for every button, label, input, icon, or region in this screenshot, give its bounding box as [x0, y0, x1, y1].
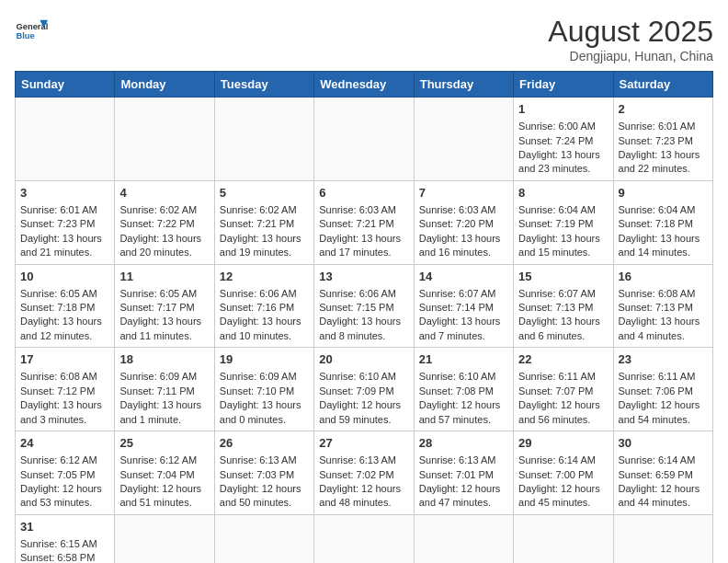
svg-text:Blue: Blue [16, 31, 34, 40]
calendar-week-row: 1Sunrise: 6:00 AM Sunset: 7:24 PM Daylig… [16, 98, 713, 181]
day-info: Sunrise: 6:07 AM Sunset: 7:13 PM Dayligh… [518, 288, 600, 341]
day-info: Sunrise: 6:13 AM Sunset: 7:02 PM Dayligh… [319, 454, 401, 508]
day-info: Sunrise: 6:04 AM Sunset: 7:19 PM Dayligh… [518, 204, 600, 258]
day-info: Sunrise: 6:10 AM Sunset: 7:09 PM Dayligh… [319, 371, 401, 424]
day-info: Sunrise: 6:14 AM Sunset: 7:00 PM Dayligh… [518, 454, 600, 508]
calendar-cell: 22Sunrise: 6:11 AM Sunset: 7:07 PM Dayli… [514, 348, 613, 431]
calendar-body: 1Sunrise: 6:00 AM Sunset: 7:24 PM Daylig… [16, 98, 713, 564]
logo-icon: General Blue [15, 15, 48, 48]
calendar-cell: 3Sunrise: 6:01 AM Sunset: 7:23 PM Daylig… [16, 180, 115, 264]
calendar-cell: 11Sunrise: 6:05 AM Sunset: 7:17 PM Dayli… [115, 264, 214, 348]
calendar-cell: 8Sunrise: 6:04 AM Sunset: 7:19 PM Daylig… [514, 180, 613, 264]
weekday-header: Sunday [16, 72, 115, 98]
day-info: Sunrise: 6:07 AM Sunset: 7:14 PM Dayligh… [419, 288, 501, 341]
day-info: Sunrise: 6:05 AM Sunset: 7:18 PM Dayligh… [20, 288, 102, 341]
day-info: Sunrise: 6:02 AM Sunset: 7:21 PM Dayligh… [220, 204, 301, 258]
day-info: Sunrise: 6:06 AM Sunset: 7:16 PM Dayligh… [220, 288, 301, 341]
day-info: Sunrise: 6:13 AM Sunset: 7:03 PM Dayligh… [220, 454, 301, 508]
day-number: 28 [419, 435, 508, 452]
day-info: Sunrise: 6:11 AM Sunset: 7:06 PM Dayligh… [619, 371, 700, 424]
calendar-cell: 10Sunrise: 6:05 AM Sunset: 7:18 PM Dayli… [16, 264, 115, 348]
day-info: Sunrise: 6:09 AM Sunset: 7:11 PM Dayligh… [119, 371, 201, 424]
calendar-week-row: 10Sunrise: 6:05 AM Sunset: 7:18 PM Dayli… [16, 264, 713, 348]
day-number: 17 [20, 351, 109, 368]
day-number: 27 [319, 435, 408, 452]
calendar-cell: 5Sunrise: 6:02 AM Sunset: 7:21 PM Daylig… [214, 180, 313, 264]
day-info: Sunrise: 6:04 AM Sunset: 7:18 PM Dayligh… [619, 204, 700, 258]
calendar-cell [214, 98, 313, 181]
day-info: Sunrise: 6:06 AM Sunset: 7:15 PM Dayligh… [319, 288, 401, 341]
weekday-header: Saturday [613, 72, 712, 98]
calendar-cell: 6Sunrise: 6:03 AM Sunset: 7:21 PM Daylig… [314, 180, 414, 264]
day-info: Sunrise: 6:15 AM Sunset: 6:58 PM Dayligh… [20, 538, 102, 563]
calendar-cell [314, 98, 414, 181]
day-info: Sunrise: 6:13 AM Sunset: 7:01 PM Dayligh… [419, 454, 501, 508]
calendar-cell: 2Sunrise: 6:01 AM Sunset: 7:23 PM Daylig… [613, 98, 712, 181]
day-info: Sunrise: 6:08 AM Sunset: 7:12 PM Dayligh… [20, 371, 102, 424]
calendar-cell: 25Sunrise: 6:12 AM Sunset: 7:04 PM Dayli… [115, 431, 214, 515]
weekday-header: Thursday [414, 72, 513, 98]
calendar-cell: 13Sunrise: 6:06 AM Sunset: 7:15 PM Dayli… [314, 264, 414, 348]
calendar-week-row: 17Sunrise: 6:08 AM Sunset: 7:12 PM Dayli… [16, 348, 713, 431]
day-number: 1 [518, 101, 608, 118]
day-number: 26 [220, 435, 309, 452]
month-title: August 2025 [548, 15, 713, 49]
title-area: August 2025 Dengjiapu, Hunan, China [548, 15, 713, 63]
calendar-cell: 15Sunrise: 6:07 AM Sunset: 7:13 PM Dayli… [514, 264, 613, 348]
logo: General Blue [15, 15, 48, 48]
day-info: Sunrise: 6:03 AM Sunset: 7:20 PM Dayligh… [419, 204, 501, 258]
day-info: Sunrise: 6:01 AM Sunset: 7:23 PM Dayligh… [619, 121, 700, 174]
calendar-cell [613, 514, 712, 563]
day-number: 13 [319, 269, 408, 285]
calendar-cell: 18Sunrise: 6:09 AM Sunset: 7:11 PM Dayli… [115, 348, 214, 431]
day-info: Sunrise: 6:09 AM Sunset: 7:10 PM Dayligh… [220, 371, 301, 424]
calendar-cell: 9Sunrise: 6:04 AM Sunset: 7:18 PM Daylig… [613, 180, 712, 264]
weekday-header: Monday [115, 72, 214, 98]
calendar-cell: 17Sunrise: 6:08 AM Sunset: 7:12 PM Dayli… [16, 348, 115, 431]
calendar-cell: 24Sunrise: 6:12 AM Sunset: 7:05 PM Dayli… [16, 431, 115, 515]
calendar-cell [16, 98, 115, 181]
calendar-cell [115, 514, 214, 563]
calendar-week-row: 31Sunrise: 6:15 AM Sunset: 6:58 PM Dayli… [16, 514, 713, 563]
day-number: 31 [20, 519, 109, 535]
calendar-cell: 30Sunrise: 6:14 AM Sunset: 6:59 PM Dayli… [613, 431, 712, 515]
day-number: 11 [119, 269, 209, 285]
calendar-cell: 20Sunrise: 6:10 AM Sunset: 7:09 PM Dayli… [314, 348, 414, 431]
day-number: 23 [619, 351, 708, 368]
day-number: 10 [20, 269, 109, 285]
calendar-cell: 4Sunrise: 6:02 AM Sunset: 7:22 PM Daylig… [115, 180, 214, 264]
calendar-cell: 14Sunrise: 6:07 AM Sunset: 7:14 PM Dayli… [414, 264, 513, 348]
day-number: 5 [220, 185, 309, 201]
day-number: 6 [319, 185, 408, 201]
day-number: 9 [619, 185, 708, 201]
day-number: 4 [119, 185, 209, 201]
calendar-cell: 19Sunrise: 6:09 AM Sunset: 7:10 PM Dayli… [214, 348, 313, 431]
subtitle: Dengjiapu, Hunan, China [548, 49, 713, 63]
day-info: Sunrise: 6:05 AM Sunset: 7:17 PM Dayligh… [119, 288, 201, 341]
calendar-cell: 21Sunrise: 6:10 AM Sunset: 7:08 PM Dayli… [414, 348, 513, 431]
calendar-cell: 27Sunrise: 6:13 AM Sunset: 7:02 PM Dayli… [314, 431, 414, 515]
day-info: Sunrise: 6:00 AM Sunset: 7:24 PM Dayligh… [518, 121, 600, 174]
day-number: 3 [20, 185, 109, 201]
day-info: Sunrise: 6:02 AM Sunset: 7:22 PM Dayligh… [119, 204, 201, 258]
day-info: Sunrise: 6:14 AM Sunset: 6:59 PM Dayligh… [619, 454, 700, 508]
day-number: 21 [419, 351, 508, 368]
day-number: 14 [419, 269, 508, 285]
calendar-cell: 1Sunrise: 6:00 AM Sunset: 7:24 PM Daylig… [514, 98, 613, 181]
day-number: 24 [20, 435, 109, 452]
calendar-week-row: 24Sunrise: 6:12 AM Sunset: 7:05 PM Dayli… [16, 431, 713, 515]
calendar-cell: 29Sunrise: 6:14 AM Sunset: 7:00 PM Dayli… [514, 431, 613, 515]
day-info: Sunrise: 6:12 AM Sunset: 7:04 PM Dayligh… [119, 454, 201, 508]
calendar-cell: 12Sunrise: 6:06 AM Sunset: 7:16 PM Dayli… [214, 264, 313, 348]
day-number: 29 [518, 435, 608, 452]
calendar-cell: 23Sunrise: 6:11 AM Sunset: 7:06 PM Dayli… [613, 348, 712, 431]
calendar-cell: 7Sunrise: 6:03 AM Sunset: 7:20 PM Daylig… [414, 180, 513, 264]
calendar-cell: 31Sunrise: 6:15 AM Sunset: 6:58 PM Dayli… [16, 514, 115, 563]
day-number: 7 [419, 185, 508, 201]
weekday-header: Tuesday [214, 72, 313, 98]
day-info: Sunrise: 6:10 AM Sunset: 7:08 PM Dayligh… [419, 371, 501, 424]
day-number: 16 [619, 269, 708, 285]
day-info: Sunrise: 6:08 AM Sunset: 7:13 PM Dayligh… [619, 288, 700, 341]
day-info: Sunrise: 6:01 AM Sunset: 7:23 PM Dayligh… [20, 204, 102, 258]
day-number: 18 [119, 351, 209, 368]
